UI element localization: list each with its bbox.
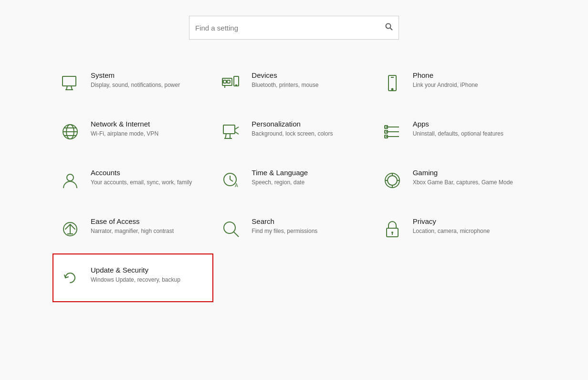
svg-line-3 (66, 86, 67, 90)
setting-item-phone[interactable]: PhoneLink your Android, iPhone (375, 59, 536, 107)
setting-title-devices: Devices (252, 71, 318, 79)
setting-item-accounts[interactable]: AccountsYour accounts, email, sync, work… (52, 156, 213, 205)
network-icon (58, 120, 82, 144)
svg-line-1 (390, 28, 393, 30)
setting-item-devices[interactable]: DevicesBluetooth, printers, mouse (213, 59, 374, 107)
privacy-icon (380, 217, 404, 241)
search-icon (219, 217, 243, 241)
accounts-icon (58, 169, 82, 192)
setting-title-update: Update & Security (91, 266, 180, 274)
setting-desc-accounts: Your accounts, email, sync, work, family (91, 179, 192, 187)
setting-title-system: System (91, 71, 180, 79)
setting-item-apps[interactable]: AppsUninstall, defaults, optional featur… (375, 107, 536, 156)
svg-line-23 (225, 134, 226, 138)
setting-title-gaming: Gaming (413, 169, 513, 177)
setting-title-privacy: Privacy (413, 217, 490, 225)
setting-desc-update: Windows Update, recovery, backup (91, 276, 180, 284)
svg-point-38 (388, 176, 397, 185)
apps-icon (380, 120, 404, 144)
setting-item-gaming[interactable]: GamingXbox Game Bar, captures, Game Mode (375, 156, 536, 205)
svg-point-32 (67, 174, 74, 181)
svg-line-21 (235, 127, 239, 129)
time-icon: A (219, 169, 243, 192)
gaming-icon (380, 169, 404, 192)
svg-line-4 (71, 86, 72, 90)
svg-point-46 (224, 222, 235, 233)
setting-desc-privacy: Location, camera, microphone (413, 227, 490, 235)
setting-desc-phone: Link your Android, iPhone (413, 81, 478, 89)
setting-desc-system: Display, sound, notifications, power (91, 81, 180, 89)
svg-rect-9 (223, 80, 226, 83)
setting-item-personalization[interactable]: PersonalizationBackground, lock screen, … (213, 107, 374, 156)
setting-desc-apps: Uninstall, defaults, optional features (413, 130, 504, 138)
setting-item-search[interactable]: SearchFind my files, permissions (213, 205, 374, 253)
setting-title-phone: Phone (413, 71, 478, 79)
setting-title-ease: Ease of Access (91, 217, 174, 225)
phone-icon (380, 71, 404, 95)
svg-text:A: A (235, 183, 238, 188)
setting-item-network[interactable]: Network & InternetWi-Fi, airplane mode, … (52, 107, 213, 156)
setting-item-time[interactable]: A Time & LanguageSpeech, region, date (213, 156, 374, 205)
search-input[interactable] (195, 24, 385, 32)
setting-item-privacy[interactable]: PrivacyLocation, camera, microphone (375, 205, 536, 253)
setting-item-system[interactable]: SystemDisplay, sound, notifications, pow… (52, 59, 213, 107)
svg-rect-20 (223, 125, 235, 134)
svg-point-14 (391, 89, 393, 90)
system-icon (58, 71, 82, 95)
setting-desc-devices: Bluetooth, printers, mouse (252, 81, 318, 89)
setting-desc-network: Wi-Fi, airplane mode, VPN (91, 130, 158, 138)
setting-title-apps: Apps (413, 120, 504, 128)
ease-icon (58, 217, 82, 241)
svg-rect-10 (227, 80, 230, 83)
svg-point-0 (386, 23, 391, 28)
svg-line-47 (234, 232, 239, 237)
setting-desc-personalization: Background, lock screen, colors (252, 130, 333, 138)
settings-grid: SystemDisplay, sound, notifications, pow… (0, 59, 588, 302)
setting-title-personalization: Personalization (252, 120, 333, 128)
devices-icon (219, 71, 243, 95)
setting-title-time: Time & Language (252, 169, 308, 177)
setting-desc-time: Speech, region, date (252, 179, 308, 187)
update-icon (58, 266, 82, 290)
setting-desc-gaming: Xbox Game Bar, captures, Game Mode (413, 179, 513, 187)
svg-line-22 (235, 132, 239, 134)
personalization-icon (219, 120, 243, 144)
setting-item-update[interactable]: Update & SecurityWindows Update, recover… (52, 253, 213, 302)
setting-title-accounts: Accounts (91, 169, 192, 177)
setting-item-ease[interactable]: Ease of AccessNarrator, magnifier, high … (52, 205, 213, 253)
setting-title-network: Network & Internet (91, 120, 158, 128)
svg-rect-2 (63, 76, 76, 86)
search-bar[interactable] (189, 16, 399, 40)
svg-line-35 (230, 179, 233, 181)
setting-title-search: Search (252, 217, 317, 225)
svg-point-49 (391, 232, 393, 233)
setting-desc-ease: Narrator, magnifier, high contrast (91, 227, 174, 235)
setting-desc-search: Find my files, permissions (252, 227, 317, 235)
search-icon (385, 23, 393, 33)
